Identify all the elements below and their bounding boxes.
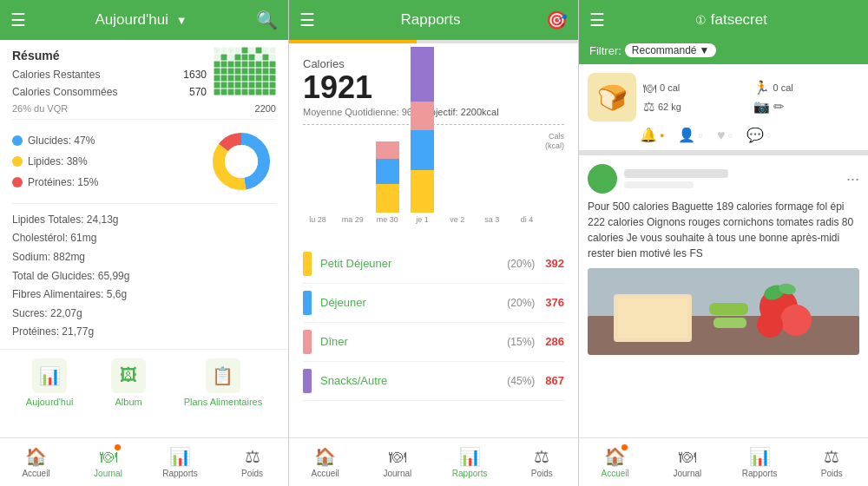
nutrient-item: Sucres: 22,07g [12,305,276,324]
qa-aujourdhui[interactable]: 📊 Aujourd'hui [26,358,74,407]
svg-rect-45 [214,82,220,89]
svg-rect-77 [713,318,746,328]
reaction-user[interactable]: 👤 ○ [678,127,702,143]
user-icon: 👤 [678,127,695,143]
nav-rapports-mid[interactable]: 📊 Rapports [434,438,506,486]
meal-kcal-snacks: 867 [545,374,564,387]
svg-rect-32 [249,69,255,75]
svg-rect-58 [242,89,248,95]
meal-row-dejeuner[interactable]: Déjeuner (20%) 376 [303,284,564,323]
bar-stack-2 [376,141,399,213]
svg-point-72 [780,305,812,336]
nav-rapports-left[interactable]: 📊 Rapports [144,438,216,486]
content-left: // We'll generate in the inline script b… [0,40,288,437]
chart-section: Glucides: 47% Lipides: 38% Protéines: 15… [0,120,288,203]
meal-pct-diner: (15%) [507,336,535,348]
svg-rect-24 [256,62,262,68]
svg-rect-11 [228,55,234,61]
svg-rect-22 [242,62,248,68]
reaction-comment[interactable]: 💬 ○ [746,127,771,143]
panel-right: ☰ ① fatsecret Filtrer: Recommandé ▼ 🍞 🍽 … [579,0,868,486]
meal-row-diner[interactable]: Dîner (15%) 286 [303,323,564,362]
menu-icon-left[interactable]: ☰ [10,10,26,30]
nav-icon-accueil-mid: 🏠 [314,446,336,467]
meal-color-diner [303,330,312,354]
svg-rect-37 [221,76,227,82]
nav-poids-left[interactable]: ⚖ Poids [216,438,288,486]
nav-journal-left[interactable]: 🍽 Journal [72,438,144,486]
filter-value[interactable]: Recommandé ▼ [625,43,717,57]
bar-group-1: ma 29 [338,128,367,224]
svg-rect-25 [263,62,269,68]
food-simulation [588,268,859,355]
svg-rect-9 [214,55,220,61]
menu-icon-mid[interactable]: ☰ [299,10,315,30]
reaction-bell[interactable]: 🔔 ● [640,127,664,143]
nav-poids-mid[interactable]: ⚖ Poids [506,438,578,486]
reaction-heart[interactable]: ♥ ○ [717,128,733,143]
legend-lipides: Lipides: 38% [12,151,207,172]
bar-group-0: lu 28 [303,128,332,224]
meal-name-diner: Dîner [320,335,507,348]
svg-rect-23 [249,62,255,68]
post-more-button[interactable]: ··· [846,170,859,188]
stat-kg: 62 kg [658,102,681,112]
bar-segment [376,184,399,213]
bar-group-5: sa 3 [477,128,507,224]
heart-icon: ♥ [717,128,726,143]
nav-accueil-mid[interactable]: 🏠 Accueil [289,438,361,486]
header-title-right: ① fatsecret [605,11,858,29]
stat-camera-cell: 📷 ✏ [753,99,860,115]
svg-rect-51 [256,82,262,89]
svg-rect-16 [263,55,269,61]
nav-journal-mid[interactable]: 🍽 Journal [361,438,433,486]
bottom-nav-mid: 🏠 Accueil 🍽 Journal 📊 Rapports ⚖ Poids [289,437,578,486]
meal-table: Petit Déjeuner (20%) 392 Déjeuner (20%) … [289,245,578,401]
meal-row-petit-dej[interactable]: Petit Déjeuner (20%) 392 [303,245,564,284]
target-icon-mid[interactable]: 🎯 [546,10,568,30]
bar-label-4: ve 2 [443,215,472,224]
nav-journal-right[interactable]: 🍽 Journal [651,438,723,486]
comment-icon: 💬 [746,127,764,143]
menu-icon-right[interactable]: ☰ [589,10,605,30]
svg-rect-28 [221,69,227,75]
svg-rect-56 [228,89,234,95]
post-avatar [588,164,617,194]
qa-album[interactable]: 🖼 Album [111,358,146,407]
meal-kcal-petit-dej: 392 [545,257,564,270]
meal-name-dejeuner: Déjeuner [320,296,507,309]
nav-rapports-right[interactable]: 📊 Rapports [724,438,796,486]
post-time-bar [624,181,694,188]
svg-rect-15 [256,55,262,61]
svg-rect-20 [228,62,234,68]
header-title-left: Aujourd'hui ▼ [26,11,256,29]
svg-rect-27 [214,69,220,75]
svg-point-73 [757,312,783,338]
svg-rect-18 [214,62,220,68]
bar-segment [411,130,434,170]
meal-row-snacks[interactable]: Snacks/Autre (45%) 867 [303,362,564,401]
bar-segment [411,102,434,130]
nav-accueil-left[interactable]: 🏠 Accueil [0,438,72,486]
svg-rect-19 [221,62,227,68]
bell-icon: 🔔 [640,127,657,143]
nav-poids-right[interactable]: ⚖ Poids [796,438,868,486]
search-icon-left[interactable]: 🔍 [256,10,278,30]
nav-accueil-right[interactable]: 🏠 Accueil [579,438,651,486]
donut-chart [207,127,276,196]
nav-dot-journal-left [115,444,121,450]
nutrient-item: Cholestérol: 61mg [12,229,276,248]
svg-rect-46 [221,82,227,89]
nav-icon-accueil-left: 🏠 [25,446,47,467]
bar-label-5: sa 3 [477,215,507,224]
bar-label-6: di 4 [512,215,542,224]
svg-rect-0 [214,48,220,54]
post-name-bar [624,169,728,178]
dropdown-icon-left[interactable]: ▼ [176,14,187,27]
bar-chart-area: lu 28ma 29me 30je 1ve 2sa 3di 4 Cals(kca… [289,124,578,241]
svg-rect-1 [221,48,227,54]
svg-rect-70 [618,299,687,338]
run-icon: 🏃 [753,80,770,95]
calories-restantes-row: Calories Restantes 1630 [12,66,207,83]
qa-plans[interactable]: 📋 Plans Alimentaires [184,358,263,407]
